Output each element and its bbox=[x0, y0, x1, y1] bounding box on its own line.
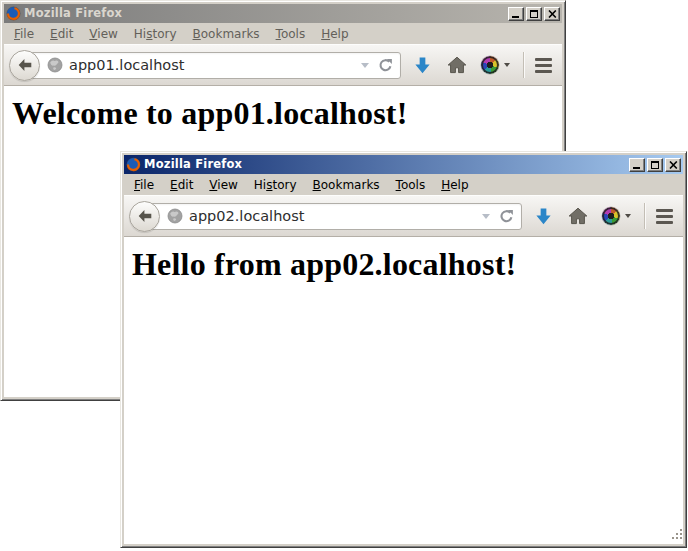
menu-item-bookmarks[interactable]: Bookmarks bbox=[305, 176, 388, 194]
menu-item-view[interactable]: View bbox=[81, 25, 125, 43]
menu-item-history[interactable]: History bbox=[126, 25, 185, 43]
home-icon bbox=[568, 207, 588, 225]
grip-dots-icon bbox=[671, 528, 684, 541]
colorwheel-icon bbox=[481, 56, 499, 74]
menu-item-file[interactable]: File bbox=[126, 176, 162, 194]
hamburger-icon bbox=[535, 58, 552, 73]
url-input[interactable] bbox=[189, 208, 476, 225]
addon-colorwheel-button[interactable] bbox=[481, 56, 510, 74]
close-button[interactable] bbox=[544, 7, 560, 21]
urlbar-history-dropdown-button[interactable] bbox=[361, 63, 372, 68]
titlebar[interactable]: Mozilla Firefox bbox=[124, 155, 683, 174]
window-title: Mozilla Firefox bbox=[24, 6, 505, 21]
download-button[interactable] bbox=[413, 56, 432, 75]
back-arrow-icon bbox=[137, 208, 153, 224]
back-arrow-icon bbox=[17, 57, 33, 73]
app-menu-button[interactable] bbox=[535, 58, 552, 73]
menu-item-view[interactable]: View bbox=[201, 176, 245, 194]
colorwheel-icon bbox=[602, 207, 620, 225]
page-heading: Welcome to app01.localhost! bbox=[12, 95, 562, 132]
menu-item-edit[interactable]: Edit bbox=[162, 176, 201, 194]
menu-item-file[interactable]: File bbox=[6, 25, 42, 43]
menu-item-edit[interactable]: Edit bbox=[42, 25, 81, 43]
window-controls bbox=[508, 7, 560, 21]
maximize-button[interactable] bbox=[526, 7, 542, 21]
navigation-toolbar bbox=[4, 44, 562, 86]
menu-item-help[interactable]: Help bbox=[313, 25, 356, 43]
page-content-app02: Hello from app02.localhost! bbox=[124, 237, 683, 544]
maximize-icon bbox=[651, 161, 659, 169]
back-button[interactable] bbox=[129, 201, 160, 232]
menu-item-history[interactable]: History bbox=[246, 176, 305, 194]
hamburger-icon bbox=[656, 209, 673, 224]
url-bar bbox=[144, 203, 522, 230]
navigation-toolbar bbox=[124, 195, 683, 237]
reload-icon bbox=[378, 58, 393, 73]
browser-window-app02[interactable]: Mozilla Firefox File Edit View History B… bbox=[120, 151, 687, 548]
home-button[interactable] bbox=[447, 56, 467, 74]
page-heading: Hello from app02.localhost! bbox=[132, 246, 683, 283]
reload-button[interactable] bbox=[378, 58, 393, 73]
caret-down-icon bbox=[625, 214, 631, 218]
chevron-down-icon bbox=[361, 63, 369, 68]
caret-down-icon bbox=[504, 63, 510, 67]
toolbar-separator bbox=[644, 203, 645, 229]
menubar: File Edit View History Bookmarks Tools H… bbox=[124, 174, 683, 195]
home-button[interactable] bbox=[568, 207, 588, 225]
resize-grip[interactable] bbox=[671, 526, 684, 545]
download-icon bbox=[534, 207, 553, 226]
addon-colorwheel-button[interactable] bbox=[602, 207, 631, 225]
home-icon bbox=[447, 56, 467, 74]
minimize-button[interactable] bbox=[508, 7, 524, 21]
close-icon bbox=[669, 161, 678, 169]
app-menu-button[interactable] bbox=[656, 209, 673, 224]
back-button[interactable] bbox=[9, 50, 40, 81]
minimize-icon bbox=[512, 16, 519, 18]
download-icon bbox=[413, 56, 432, 75]
maximize-button[interactable] bbox=[647, 158, 663, 172]
menu-item-help[interactable]: Help bbox=[433, 176, 476, 194]
menu-item-bookmarks[interactable]: Bookmarks bbox=[185, 25, 268, 43]
window-controls bbox=[629, 158, 681, 172]
download-button[interactable] bbox=[534, 207, 553, 226]
maximize-icon bbox=[530, 10, 538, 18]
firefox-logo-icon bbox=[6, 6, 21, 21]
close-button[interactable] bbox=[665, 158, 681, 172]
minimize-button[interactable] bbox=[629, 158, 645, 172]
site-identity-button[interactable] bbox=[167, 208, 183, 224]
close-icon bbox=[548, 10, 557, 18]
titlebar[interactable]: Mozilla Firefox bbox=[4, 4, 562, 23]
menu-item-tools[interactable]: Tools bbox=[388, 176, 434, 194]
globe-icon bbox=[47, 57, 63, 73]
menubar: File Edit View History Bookmarks Tools H… bbox=[4, 23, 562, 44]
globe-icon bbox=[167, 208, 183, 224]
url-input[interactable] bbox=[69, 57, 355, 74]
window-title: Mozilla Firefox bbox=[144, 157, 626, 172]
reload-icon bbox=[499, 209, 514, 224]
reload-button[interactable] bbox=[499, 209, 514, 224]
firefox-logo-icon bbox=[126, 157, 141, 172]
chevron-down-icon bbox=[482, 214, 490, 219]
urlbar-history-dropdown-button[interactable] bbox=[482, 214, 493, 219]
site-identity-button[interactable] bbox=[47, 57, 63, 73]
minimize-icon bbox=[633, 167, 640, 169]
toolbar-separator bbox=[523, 52, 524, 78]
url-bar bbox=[24, 52, 401, 79]
menu-item-tools[interactable]: Tools bbox=[268, 25, 314, 43]
